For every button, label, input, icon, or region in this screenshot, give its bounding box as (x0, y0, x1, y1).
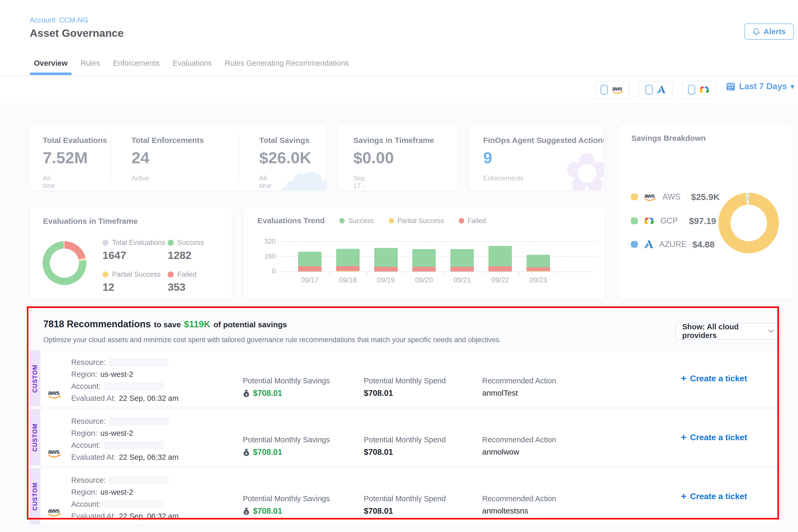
stat-title: FinOps Agent Suggested Actions (483, 136, 604, 145)
savings-breakdown-card: Savings Breakdown AWS $25.9K GCP $97.19 … (619, 124, 793, 300)
aws-checkbox[interactable] (601, 85, 608, 95)
savings-in-timeframe-card: Savings in Timeframe $0.00 Sep 17 - Sep … (338, 124, 458, 190)
gcp-icon (644, 216, 654, 226)
asset-governance-page: Account: CCM-NG Asset Governance Alerts … (0, 0, 798, 532)
stat-title: Total Savings (259, 136, 309, 145)
provider-filter-aws[interactable] (595, 81, 629, 99)
resource-details: Resource: Region:us-west-2 Account: Eval… (71, 417, 179, 465)
heading-text: to save (154, 320, 181, 329)
tab-rules[interactable]: Rules (81, 59, 100, 68)
card-title: Evaluations in Timeframe (43, 217, 138, 226)
dropdown-value: Show: All cloud providers (682, 323, 768, 340)
stat-value: 24 (131, 148, 149, 167)
moneybag-icon (243, 448, 250, 456)
provider-filter-azure[interactable] (639, 81, 673, 99)
moneybag-icon (243, 390, 250, 397)
legend-dot (168, 240, 174, 246)
savings-breakdown-donut-chart (719, 193, 779, 253)
provider-filter-gcp[interactable] (682, 81, 716, 99)
legend-label: Success (348, 217, 374, 225)
redacted-account-value (104, 500, 164, 508)
x-axis-label: 09/18 (336, 276, 360, 284)
legend-label: Success (177, 239, 204, 247)
heading-text: of potential savings (214, 320, 287, 329)
x-axis-label: 09/20 (412, 276, 436, 284)
aws-logo-icon (47, 507, 62, 517)
legend-value: $25.9K (691, 192, 720, 202)
trend-bar-09/17 (298, 252, 322, 271)
stat-caption: Enforcements (483, 174, 524, 182)
x-axis-label: 09/21 (450, 276, 474, 284)
tab-overview[interactable]: Overview (34, 59, 68, 68)
date-range-picker[interactable]: Last 7 Days ▾ (726, 81, 794, 91)
legend-label: Total Evaluations (112, 239, 165, 247)
eval-legend-total: Total Evaluations 1647 (102, 239, 165, 262)
trend-bar-09/23 (527, 255, 550, 271)
active-tab-indicator (30, 73, 72, 75)
bell-icon (752, 27, 760, 36)
legend-dot (102, 240, 109, 246)
flower-watermark-icon: ✿ (564, 146, 604, 190)
stat-title: Total Evaluations (43, 136, 107, 145)
gcp-checkbox[interactable] (688, 85, 695, 95)
trend-bar-chart: 0160320 09/1709/1809/1909/2009/2109/2209… (260, 242, 598, 287)
recommendations-heading: 7818 Recommendations to save $119K of po… (43, 319, 287, 330)
legend-label: Partial Success (112, 270, 160, 279)
divider (111, 134, 111, 181)
stat-value: $0.00 (353, 148, 394, 167)
account-breadcrumb-link[interactable]: Account: CCM-NG (30, 16, 88, 24)
tab-evaluations[interactable]: Evaluations (173, 59, 212, 68)
evaluations-trend-card: Evaluations Trend Success Partial Succes… (244, 206, 605, 300)
stat-caption: All-time (43, 174, 55, 190)
create-ticket-button[interactable]: +Create a ticket (681, 373, 747, 384)
legend-dot (631, 241, 638, 248)
redacted-resource-value (109, 417, 169, 425)
custom-tag: CUSTOM (30, 410, 40, 465)
legend-dot (631, 217, 638, 224)
legend-dot (168, 271, 174, 278)
stat-value: 9 (483, 148, 492, 167)
gcp-icon (699, 85, 710, 94)
legend-label: Failed (468, 217, 486, 225)
stat-value: 7.52M (43, 148, 88, 167)
card-title: Evaluations Trend (258, 216, 325, 225)
eval-legend-failed: Failed 353 (168, 270, 197, 293)
legend-label: Partial Success (397, 217, 444, 225)
tab-rules-generating-recommendations[interactable]: Rules Generating Recommendations (225, 59, 349, 68)
legend-dot (339, 218, 345, 224)
tab-enforcements[interactable]: Enforcements (113, 59, 159, 68)
recommendations-count: 7818 Recommendations (43, 319, 151, 330)
trend-legend-success: Success (339, 217, 374, 225)
azure-checkbox[interactable] (645, 85, 653, 95)
create-ticket-button[interactable]: +Create a ticket (681, 432, 747, 443)
trend-bar-09/18 (336, 249, 360, 271)
stat-caption: Sep 17 - Sep 24 (353, 174, 365, 190)
breakdown-legend-gcp: GCP $97.19 (631, 215, 716, 227)
chevron-down-icon (768, 329, 774, 333)
finops-agent-card: ✿ FinOps Agent Suggested Actions 9 Enfor… (468, 124, 604, 190)
resource-details: Resource: Region:us-west-2 Account: Eval… (71, 358, 179, 406)
custom-tag: CUSTOM (30, 468, 40, 524)
legend-value: 353 (168, 281, 197, 293)
trend-bar-09/20 (412, 249, 436, 271)
cloud-provider-filter-dropdown[interactable]: Show: All cloud providers (676, 323, 781, 340)
legend-label: Failed (177, 270, 197, 279)
legend-value: $97.19 (689, 216, 716, 226)
legend-value: 1282 (168, 249, 204, 262)
recommendation-row: CUSTOM Resource: Region:us-west-2 Accoun… (30, 350, 778, 406)
page-title: Asset Governance (30, 27, 124, 39)
redacted-resource-value (109, 476, 169, 484)
moneybag-icon (243, 507, 250, 515)
legend-value: 1647 (102, 249, 165, 262)
plus-icon: + (681, 432, 686, 443)
aws-icon (611, 85, 624, 94)
x-axis-label: 09/19 (374, 276, 398, 284)
legend-value: $4.88 (692, 240, 715, 250)
x-axis-label: 09/17 (298, 276, 322, 284)
azure-icon (644, 240, 653, 249)
legend-dot (459, 218, 464, 224)
breakdown-legend-aws: AWS $25.9K (631, 191, 720, 203)
aws-icon (644, 192, 657, 202)
create-ticket-button[interactable]: +Create a ticket (681, 491, 747, 502)
alerts-button[interactable]: Alerts (744, 23, 794, 40)
